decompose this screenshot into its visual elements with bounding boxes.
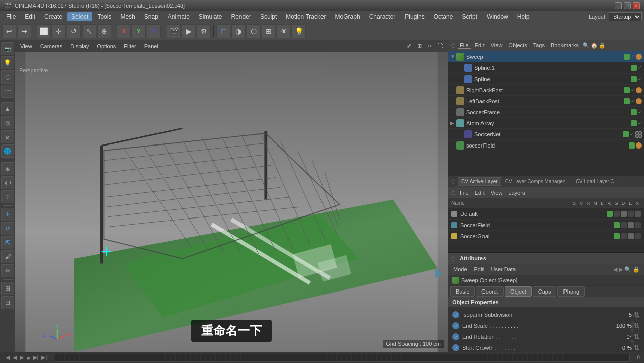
sn-check[interactable]: ✓	[630, 131, 634, 137]
om-home-icon[interactable]: 🏠	[591, 42, 598, 49]
render-settings-button[interactable]: ⚙	[197, 24, 211, 38]
prop-startgrowth-stepper[interactable]: ⇅	[634, 344, 640, 352]
cv-layer-comps-tab[interactable]: CV-Layer Comps Manager...	[502, 178, 572, 185]
lp-polygon-icon[interactable]: ▲	[1, 102, 14, 115]
viewport-icon-1[interactable]: ⤢	[405, 42, 413, 50]
om-tab-edit[interactable]: Edit	[473, 42, 487, 49]
view-cube-button[interactable]: ◻	[216, 24, 230, 38]
viewport-filter-menu[interactable]: Filter	[122, 42, 138, 50]
object-row-soccerfield[interactable]: soccerField	[448, 140, 644, 151]
cv-panel-icon[interactable]: ⬡	[450, 178, 457, 185]
layer-sgoal-s[interactable]	[614, 233, 620, 239]
lp-paint-icon[interactable]: 🖌	[1, 250, 14, 263]
attr-search2-icon[interactable]: 🔍	[624, 266, 631, 273]
menu-character[interactable]: Character	[365, 12, 400, 21]
minimize-button[interactable]: —	[615, 2, 622, 9]
lp-move-icon[interactable]: ✛	[1, 208, 14, 221]
transform-tool-button[interactable]: ⊕	[97, 24, 111, 38]
menu-script[interactable]: Script	[458, 12, 481, 21]
lbp-tag-dot[interactable]	[636, 98, 642, 104]
render-view-button[interactable]: 🎬	[167, 24, 181, 38]
maximize-button[interactable]: □	[624, 2, 631, 9]
viewport-icon-2[interactable]: ⊞	[415, 42, 424, 50]
attr-tab-caps[interactable]: Caps	[533, 286, 557, 297]
axis-x-button[interactable]: X	[117, 24, 131, 38]
lp-tag-icon[interactable]: 🏷	[1, 176, 14, 189]
spline1-check[interactable]: ✓	[638, 65, 642, 70]
attr-tab-phong[interactable]: Phong	[557, 286, 585, 297]
sweep-vis-dot[interactable]	[624, 54, 630, 60]
cv-load-layer-tab[interactable]: CV-Load Layer C...	[573, 178, 621, 185]
viewport-view-menu[interactable]: View	[18, 42, 34, 50]
sweep-check[interactable]: ✓	[631, 54, 635, 59]
spline1-vis-dot[interactable]	[631, 65, 637, 71]
prop-startgrowth-value[interactable]: 0 %	[602, 345, 632, 351]
spline-check[interactable]: ✓	[638, 76, 642, 82]
aa-vis-dot[interactable]	[631, 120, 637, 126]
layer-row-soccerfield[interactable]: SoccerField	[448, 220, 644, 231]
attr-tab-basic[interactable]: Basic	[450, 286, 475, 297]
lp-light-icon[interactable]: 💡	[1, 56, 14, 69]
prop-isoparm-value[interactable]: 5	[602, 312, 632, 318]
light-button[interactable]: 💡	[292, 24, 306, 38]
viewport-canvas[interactable]: Perspective	[15, 52, 448, 352]
object-row-atom-array[interactable]: ▶ Atom Array ✓	[448, 118, 644, 129]
menu-create[interactable]: Create	[40, 12, 66, 21]
tl-stop-icon[interactable]: ■	[27, 355, 30, 361]
om-lock-icon[interactable]: 🔒	[599, 42, 606, 49]
sn-tag-checkered[interactable]	[635, 131, 642, 138]
attr-forward-icon[interactable]: ▶	[619, 266, 623, 273]
object-row-soccernet[interactable]: SoccerNet ✓	[448, 129, 644, 140]
menu-tools[interactable]: Tools	[93, 12, 115, 21]
layout-dropdown[interactable]: Startup	[609, 12, 642, 21]
display-options-button[interactable]: 👁	[277, 24, 291, 38]
layer-default-icons-2[interactable]	[635, 211, 641, 217]
tl-start-icon[interactable]: |◀	[4, 354, 10, 361]
attr-mode-menu[interactable]: Mode	[450, 265, 470, 273]
layer-sgoal-m[interactable]	[635, 233, 641, 239]
cv-active-layer-tab[interactable]: CV-Active Layer	[458, 177, 501, 186]
spline-vis-dot[interactable]	[631, 76, 637, 82]
layers-file-menu[interactable]: File	[458, 190, 471, 196]
prop-endrot-value[interactable]: 0°	[602, 334, 632, 340]
rbp-vis-dot[interactable]	[624, 87, 630, 93]
viewport-icon-4[interactable]: ⛶	[435, 42, 445, 50]
object-row-spline[interactable]: Spline ✓	[448, 74, 644, 85]
object-row-soccerframe[interactable]: SoccerFrame ✓	[448, 107, 644, 118]
object-row-leftbackpost[interactable]: LeftBackPost ✓	[448, 96, 644, 107]
lp-rotate-icon[interactable]: ↺	[1, 222, 14, 235]
layer-sfield-m[interactable]	[635, 222, 641, 228]
tl-play-icon[interactable]: ▶	[20, 354, 24, 361]
viewport-icon-3[interactable]: ○	[426, 42, 433, 50]
menu-mograph[interactable]: MoGraph	[331, 12, 364, 21]
layers-edit-menu[interactable]: Edit	[473, 190, 487, 196]
sf-check[interactable]: ✓	[638, 109, 642, 115]
axis-y-button[interactable]: Y	[132, 24, 146, 38]
layer-default-v[interactable]	[614, 211, 620, 217]
layers-view-menu[interactable]: View	[489, 190, 505, 196]
lp-spline-icon[interactable]: 〰	[1, 85, 14, 98]
aa-check[interactable]: ✓	[638, 120, 642, 126]
select-tool-button[interactable]: ⬜	[37, 24, 51, 38]
layer-sfield-s[interactable]	[614, 222, 620, 228]
menu-file[interactable]: File	[2, 12, 20, 21]
tl-next-icon[interactable]: ▶|	[33, 354, 39, 361]
attr-back-icon[interactable]: ◀	[613, 266, 617, 273]
layer-default-m[interactable]	[628, 211, 634, 217]
menu-sculpt[interactable]: Sculpt	[256, 12, 281, 21]
viewport-options-menu[interactable]: Options	[95, 42, 118, 50]
viewport-cameras-menu[interactable]: Cameras	[38, 42, 65, 50]
layer-sgoal-v[interactable]	[621, 233, 627, 239]
menu-select[interactable]: Select	[67, 12, 92, 21]
sf-vis-dot[interactable]	[631, 109, 637, 115]
scale-tool-button[interactable]: ⤡	[82, 24, 96, 38]
prop-isoparm-stepper[interactable]: ⇅	[634, 311, 640, 319]
menu-simulate[interactable]: Simulate	[195, 12, 226, 21]
rbp-check[interactable]: ✓	[631, 87, 635, 93]
sfield-vis-dot[interactable]	[629, 142, 635, 149]
render-button[interactable]: ▶	[182, 24, 196, 38]
lp-snapping-icon[interactable]: ⊹	[1, 190, 14, 203]
attr-tab-object[interactable]: Object	[505, 286, 532, 297]
menu-render[interactable]: Render	[227, 12, 255, 21]
menu-motion-tracker[interactable]: Motion Tracker	[282, 12, 330, 21]
